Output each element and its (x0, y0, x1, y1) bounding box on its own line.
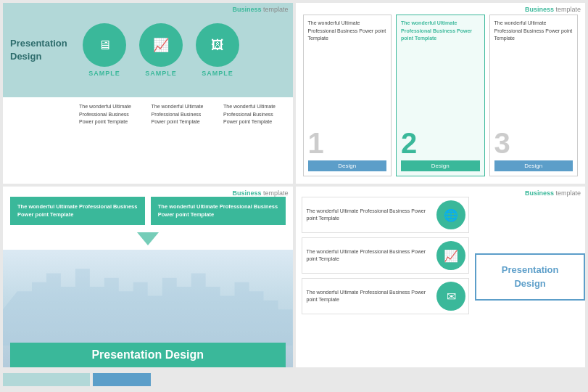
row3-icon: ✉ (436, 282, 465, 311)
slide3-arrow (10, 232, 286, 245)
slide-2: Business template The wonderful Ultimate… (296, 3, 586, 184)
slide2-cols: The wonderful Ultimate Professional Busi… (296, 3, 586, 184)
slide1-top-bar: Business template Presentation Design 🖥 … (3, 3, 293, 97)
slide3-box1: The wonderful Ultimate Professional Busi… (10, 197, 145, 225)
list-row-2: The wonderful Ultimate Professional Busi… (302, 237, 470, 274)
circle-label-3: SAMPLE (202, 70, 233, 77)
col2-text: The wonderful Ultimate Professional Busi… (401, 20, 480, 43)
slide3-template-label: Business template (232, 189, 288, 197)
slide-3: Business template The wonderful Ultimate… (3, 187, 293, 367)
slide3-title-banner: Presentation Design (10, 343, 286, 367)
col2-design-btn: Design (401, 160, 480, 171)
slide4-left: The wonderful Ultimate Professional Busi… (296, 187, 476, 367)
bottom-seg-2 (93, 373, 151, 386)
col3-text: The wonderful Ultimate Professional Busi… (494, 20, 573, 43)
slide1-desc-3: The wonderful Ultimate Professional Busi… (223, 103, 286, 126)
bottom-seg-1 (3, 373, 90, 386)
col1-text: The wonderful Ultimate Professional Busi… (308, 20, 387, 43)
slide2-template-label: Business template (525, 6, 581, 13)
col1-number: 1 (308, 128, 387, 158)
row1-icon: 🌐 (436, 200, 465, 229)
row3-text: The wonderful Ultimate Professional Busi… (302, 285, 434, 309)
circle-1: 🖥 (83, 23, 126, 67)
slide4-right-box: Presentation Design (475, 253, 585, 300)
list-row-3: The wonderful Ultimate Professional Busi… (302, 278, 470, 314)
slide3-box2: The wonderful Ultimate Professional Busi… (151, 197, 286, 225)
slide4-right: Presentation Design (475, 187, 585, 367)
numbered-col-2: The wonderful Ultimate Professional Busi… (396, 15, 485, 176)
col2-number: 2 (401, 128, 480, 158)
slide-1: Business template Presentation Design 🖥 … (3, 3, 293, 184)
circle-label-1: SAMPLE (88, 70, 120, 77)
slide1-bottom: The wonderful Ultimate Professional Busi… (3, 97, 293, 132)
col3-number: 3 (494, 128, 573, 158)
col3-design-btn: Design (494, 160, 573, 171)
slide1-desc-text-1: The wonderful Ultimate Professional Busi… (79, 103, 141, 126)
circle-item-1: 🖥 SAMPLE (83, 23, 126, 77)
slide4-template-label: Business template (525, 189, 581, 197)
slide1-circles: 🖥 SAMPLE 📈 SAMPLE 🖼 SAMPLE (83, 23, 239, 77)
slide3-boxes: The wonderful Ultimate Professional Busi… (10, 197, 286, 225)
slide1-template-label: Business template (232, 6, 288, 13)
slide1-desc-text-3: The wonderful Ultimate Professional Busi… (223, 103, 286, 126)
list-row-1: The wonderful Ultimate Professional Busi… (302, 197, 470, 233)
circle-item-2: 📈 SAMPLE (139, 23, 183, 77)
circle-label-2: SAMPLE (145, 70, 177, 77)
bottom-bar (0, 370, 588, 389)
row2-icon: 📈 (436, 241, 465, 270)
circle-3: 🖼 (196, 23, 239, 67)
slide-4: Business template The wonderful Ultimate… (296, 187, 586, 367)
slide1-desc-2: The wonderful Ultimate Professional Busi… (152, 103, 214, 126)
col1-design-btn: Design (308, 160, 387, 171)
circle-item-3: 🖼 SAMPLE (196, 23, 239, 77)
numbered-col-3: The wonderful Ultimate Professional Busi… (489, 15, 579, 176)
numbered-col-1: The wonderful Ultimate Professional Busi… (303, 15, 392, 176)
slide1-desc-1: The wonderful Ultimate Professional Busi… (79, 103, 141, 126)
slide1-title: Presentation Design (10, 37, 75, 63)
slide1-desc-text-2: The wonderful Ultimate Professional Busi… (152, 103, 214, 126)
slide3-content: The wonderful Ultimate Professional Busi… (3, 187, 293, 367)
row2-text: The wonderful Ultimate Professional Busi… (302, 244, 434, 268)
row1-text: The wonderful Ultimate Professional Busi… (302, 203, 434, 227)
circle-2: 📈 (139, 23, 183, 67)
